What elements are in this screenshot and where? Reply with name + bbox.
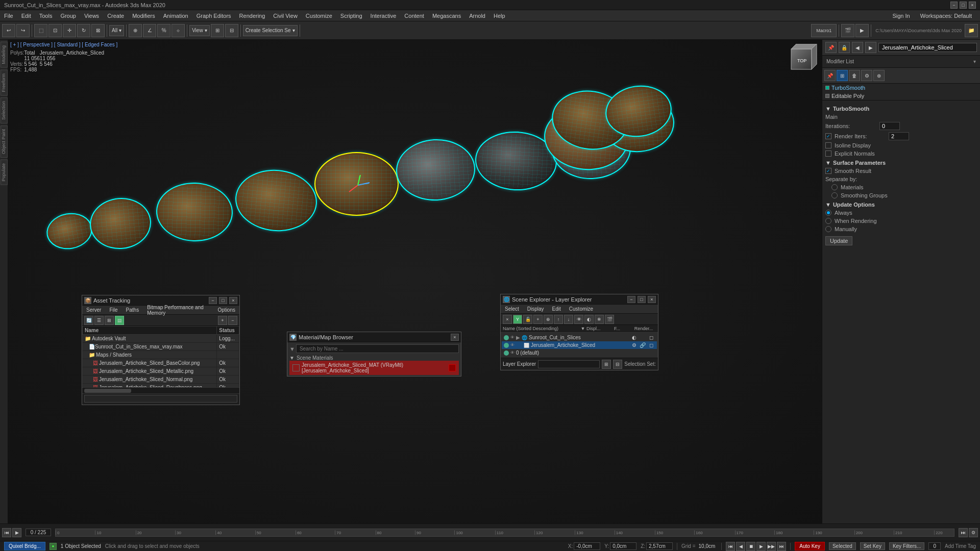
set-key-btn[interactable]: Set Key: [860, 542, 885, 550]
next-frame-btn[interactable]: ⏭: [959, 528, 968, 537]
manually-radio[interactable]: [825, 226, 831, 232]
asset-icon-btn[interactable]: ⊞: [105, 316, 114, 325]
render-setup-btn[interactable]: 🎬: [841, 24, 854, 37]
scene-maximize-btn[interactable]: □: [638, 296, 646, 303]
scene-copy-btn[interactable]: ⊕: [544, 315, 553, 324]
asset-row-6[interactable]: 🖼Jerusalem_Artichoke_Sliced_Roughness.pn…: [83, 384, 239, 388]
align-btn[interactable]: ⊞: [211, 24, 224, 37]
selection-tab[interactable]: Selection: [1, 97, 8, 123]
prev-frame-btn[interactable]: ⏮: [2, 528, 11, 537]
asset-minimize-btn[interactable]: −: [209, 297, 217, 304]
undo-btn[interactable]: ↩: [2, 24, 15, 37]
menu-animation[interactable]: Animation: [159, 12, 192, 20]
anim-play-btn[interactable]: ▶: [756, 542, 766, 551]
anim-next-btn[interactable]: ▶▶: [767, 542, 776, 551]
create-selection-dropdown[interactable]: Create Selection Se ▾: [243, 25, 298, 36]
scene-move-down-btn[interactable]: ↓: [564, 315, 573, 324]
select-region-btn[interactable]: ⊡: [48, 24, 62, 37]
material-search-input[interactable]: [296, 344, 459, 353]
asset-menu-file[interactable]: File: [105, 306, 121, 314]
asset-row-5[interactable]: 🖼Jerusalem_Artichoke_Sliced_Normal.png O…: [83, 375, 239, 384]
scene-render-btn[interactable]: 🎬: [605, 315, 614, 324]
maximize-btn[interactable]: □: [960, 2, 967, 9]
asset-menu-options[interactable]: Options: [214, 306, 239, 314]
forward-btn[interactable]: ▶: [865, 42, 876, 53]
scene-add-btn[interactable]: +: [533, 315, 543, 324]
close-btn[interactable]: ×: [969, 2, 976, 9]
when-rendering-radio[interactable]: [825, 218, 831, 224]
add-time-tag[interactable]: Add Time Tag: [945, 543, 976, 549]
selected-display[interactable]: Selected: [829, 542, 856, 550]
asset-menu-server[interactable]: Server: [82, 306, 105, 314]
nav-cube[interactable]: TOP: [786, 44, 818, 76]
asset-row-4[interactable]: 🖼Jerusalem_Artichoke_Sliced_Metallic.png…: [83, 367, 239, 375]
scene-close-btn[interactable]: ×: [648, 296, 656, 303]
scene-explorer-panel[interactable]: 🌐 Scene Explorer - Layer Explorer − □ × …: [500, 294, 658, 370]
iterations-input[interactable]: [879, 122, 900, 130]
path-btn[interactable]: 📁: [965, 24, 978, 37]
asset-maximize-btn[interactable]: □: [219, 297, 227, 304]
mod-configure-btn[interactable]: ⚙: [861, 70, 872, 81]
scene-row-2[interactable]: 👁 0 (default): [502, 349, 657, 357]
mod-display-btn[interactable]: ⊞: [837, 70, 848, 81]
asset-list-btn[interactable]: ☰: [94, 316, 104, 325]
percent-snap-btn[interactable]: %: [157, 24, 170, 37]
menu-create[interactable]: Create: [103, 12, 128, 20]
explicit-normals-checkbox[interactable]: [825, 151, 831, 157]
menu-file[interactable]: File: [0, 12, 17, 20]
scene-menu-customize[interactable]: Customize: [565, 305, 597, 313]
asset-row-2[interactable]: 📁Maps / Shaders: [83, 351, 239, 359]
spinner-snap-btn[interactable]: ⟐: [172, 24, 185, 37]
snap-btn[interactable]: ⊕: [129, 24, 142, 37]
timeline[interactable]: ⏮ ▶ 0 / 225 0 10 20 30 40 50 60 70 80 90…: [0, 523, 980, 541]
history-btn[interactable]: ◀: [852, 42, 863, 53]
filter-dropdown[interactable]: All ▾: [109, 25, 124, 36]
object-name-display[interactable]: Jerusalem_Artichoke_Sliced: [878, 43, 977, 52]
smooth-result-checkbox[interactable]: [825, 168, 831, 174]
asset-menu-paths[interactable]: Paths: [122, 306, 143, 314]
material-item-0[interactable]: Jerusalem_Artichoke_Sliced_MAT (VRayMtl)…: [289, 361, 459, 375]
menu-interactive[interactable]: Interactive: [366, 12, 401, 20]
scene-menu-display[interactable]: Display: [523, 305, 548, 313]
menu-modifiers[interactable]: Modifiers: [128, 12, 159, 20]
always-radio[interactable]: [825, 210, 831, 216]
layer-btn-1[interactable]: ⊞: [602, 360, 611, 369]
mod-trash-btn[interactable]: 🗑: [849, 70, 860, 81]
scene-freeze-btn[interactable]: ❄: [595, 315, 604, 324]
asset-remove-btn[interactable]: −: [228, 316, 237, 325]
anim-prev-btn[interactable]: ◀: [736, 542, 745, 551]
asset-hscrollbar[interactable]: [82, 387, 239, 393]
layer-btn-2[interactable]: ⊟: [613, 360, 622, 369]
menu-megascans[interactable]: Megascans: [428, 12, 465, 20]
scale-btn[interactable]: ⊠: [91, 24, 105, 37]
mod-pin-btn[interactable]: 📌: [824, 70, 836, 81]
asset-add-btn[interactable]: +: [218, 316, 227, 325]
asset-input[interactable]: [84, 395, 237, 403]
scene-minimize-btn[interactable]: −: [627, 296, 635, 303]
quixel-bridge-btn[interactable]: Quixel Bridg...: [4, 542, 45, 550]
view-dropdown[interactable]: View ▾: [189, 25, 210, 36]
move-btn[interactable]: ✛: [63, 24, 76, 37]
asset-row-3[interactable]: 🖼Jerusalem_Artichoke_Sliced_BaseColor.pn…: [83, 359, 239, 367]
select-btn[interactable]: ⬚: [34, 24, 47, 37]
timeline-track[interactable]: 0 10 20 30 40 50 60 70 80 90 100 110 120…: [55, 529, 954, 537]
asset-bottom-input[interactable]: [82, 393, 239, 405]
scene-hide-btn[interactable]: ◐: [584, 315, 594, 324]
layer-input[interactable]: [538, 360, 600, 368]
asset-close-btn[interactable]: ×: [229, 297, 237, 304]
pin-btn[interactable]: 📌: [825, 42, 837, 53]
modifier-item-turbos[interactable]: TurboSmooth: [822, 84, 980, 92]
scene-menu-select[interactable]: Select: [501, 305, 523, 313]
render-btn[interactable]: ▶: [855, 24, 869, 37]
scene-move-up-btn[interactable]: ↑: [554, 315, 563, 324]
freeform-tab[interactable]: Freeform: [1, 70, 8, 96]
asset-row-0[interactable]: 📁Autodesk Vault Logg...: [83, 335, 239, 343]
anim-stop-btn[interactable]: ⏹: [746, 542, 755, 551]
mirror-btn[interactable]: ⊟: [225, 24, 238, 37]
frame-input[interactable]: 0: [928, 542, 941, 550]
materials-radio[interactable]: [831, 184, 838, 190]
workspaces-btn[interactable]: Workspaces: Default: [916, 12, 976, 20]
menu-content[interactable]: Content: [400, 12, 428, 20]
menu-views[interactable]: Views: [80, 12, 103, 20]
key-filters-btn[interactable]: Key Filters...: [889, 542, 925, 550]
